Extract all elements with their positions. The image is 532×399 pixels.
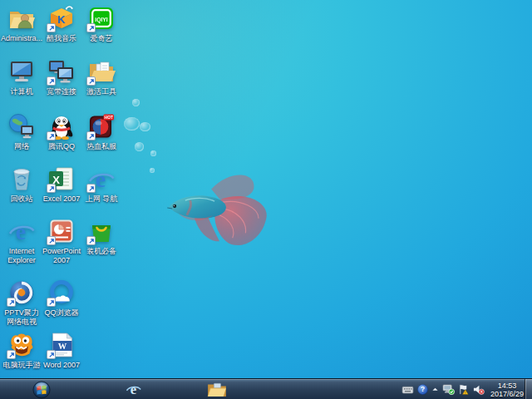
shortcut-arrow-icon	[86, 23, 96, 32]
game-hot-icon: HOT	[87, 112, 116, 140]
windows-logo-icon	[32, 381, 51, 399]
shortcut-arrow-icon	[86, 76, 96, 86]
network-status-icon[interactable]	[442, 383, 455, 396]
desktop-icon-internet-explorer[interactable]: eInternet Explorer	[2, 217, 42, 265]
bubble	[132, 99, 140, 106]
taskbar-windows-explorer[interactable]	[204, 380, 229, 399]
shortcut-arrow-icon	[47, 184, 56, 193]
desktop-icon-label: 爱奇艺	[80, 34, 123, 43]
bubble	[124, 117, 140, 131]
taskbar-internet-explorer[interactable]: e	[121, 380, 145, 399]
svg-text:e: e	[96, 166, 106, 192]
shortcut-arrow-icon	[47, 76, 56, 86]
betta-fish-wallpaper	[161, 166, 278, 248]
desktop-icon-recycle-bin[interactable]: 回收站	[2, 165, 42, 204]
desktop-icon-label: 回收站	[0, 195, 43, 204]
clock-date: 2017/6/29	[490, 390, 524, 398]
desktop-icon-qq-browser[interactable]: QQ浏览器	[42, 278, 81, 318]
desktop-icon-word-2007[interactable]: WWord 2007	[42, 331, 81, 370]
qq-icon	[47, 112, 76, 140]
show-desktop-button[interactable]	[525, 379, 532, 399]
desktop-icon-network[interactable]: 网络	[2, 112, 42, 151]
desktop-icon-label: Internet Explorer	[0, 247, 43, 265]
shortcut-arrow-icon	[47, 236, 56, 245]
desktop-icon-computer[interactable]: 计算机	[2, 57, 42, 96]
desktop-icon-label: 热血私服	[80, 142, 123, 151]
explorer-folder-icon	[207, 382, 227, 397]
start-button[interactable]	[30, 380, 53, 399]
help-icon[interactable]: ?	[416, 383, 429, 396]
taskbar-clock[interactable]: 14:53 2017/6/29	[490, 382, 524, 398]
broadband-icon	[47, 57, 76, 86]
desktop-icon-label: Word 2007	[40, 361, 83, 370]
svg-text:W: W	[58, 342, 67, 351]
shortcut-arrow-icon	[86, 131, 96, 140]
volume-muted-icon[interactable]	[472, 383, 485, 396]
powerpoint-icon	[47, 217, 76, 245]
desktop-icon-excel-2007[interactable]: XExcel 2007	[42, 165, 81, 204]
desktop-icon-pptv[interactable]: PPTV聚力 网络电视	[2, 278, 42, 327]
desktop-icon-game-private-server[interactable]: HOT热血私服	[81, 112, 121, 151]
desktop-icon-label: PowerPoint 2007	[40, 247, 83, 265]
shortcut-arrow-icon	[47, 350, 56, 359]
system-tray: ? !	[401, 379, 524, 399]
desktop-icon-label: 激活工具	[80, 87, 123, 96]
word-icon: W	[47, 331, 76, 359]
svg-text:e: e	[16, 219, 26, 244]
shortcut-arrow-icon	[7, 350, 16, 359]
pptv-icon	[7, 278, 36, 307]
input-keyboard-icon[interactable]	[401, 383, 414, 396]
desktop-icon-label: 腾讯QQ	[40, 142, 83, 151]
svg-text:HOT: HOT	[105, 115, 114, 120]
desktop-icon-label: PPTV聚力 网络电视	[0, 308, 43, 327]
clock-time: 14:53	[490, 382, 524, 390]
bubble	[140, 122, 150, 131]
desktop-icon-label: 宽带连接	[40, 87, 83, 96]
user-folder-icon	[7, 4, 36, 32]
bubble	[135, 142, 144, 151]
kuwo-icon: K	[47, 4, 76, 32]
desktop-icon-label: 酷我音乐	[40, 34, 83, 43]
shortcut-arrow-icon	[47, 23, 56, 32]
desktop-icon-mobile-game-player[interactable]: 电脑玩手游	[2, 331, 42, 370]
desktop-icon-broadband-connection[interactable]: 宽带连接	[42, 57, 81, 96]
desktop-icon-label: 电脑玩手游	[0, 361, 43, 370]
network-icon	[7, 112, 36, 140]
taskbar: e ?	[0, 378, 532, 399]
folder-docs-icon	[87, 57, 116, 86]
desktop-icon-essential-software[interactable]: 装机必备	[81, 217, 121, 256]
desktop-surface[interactable]: Administra...K酷我音乐iQIYI爱奇艺计算机宽带连接激活工具网络腾…	[0, 0, 532, 378]
iqiyi-icon: iQIYI	[87, 4, 116, 32]
svg-text:K: K	[57, 13, 66, 26]
desktop-icon-kuwo-music[interactable]: K酷我音乐	[42, 4, 81, 43]
shortcut-arrow-icon	[7, 298, 16, 307]
desktop-icon-web-navigation[interactable]: e上网 导航	[81, 165, 121, 204]
shortcut-arrow-icon	[47, 298, 56, 307]
bag-icon	[87, 217, 116, 245]
monkey-icon	[7, 331, 36, 359]
desktop-icon-activation-tools[interactable]: 激活工具	[81, 57, 121, 96]
desktop-icon-powerpoint-2007[interactable]: PowerPoint 2007	[42, 217, 81, 265]
qq-browser-icon	[47, 278, 76, 307]
shortcut-arrow-icon	[86, 236, 96, 245]
svg-text:?: ?	[421, 385, 425, 393]
internet-explorer-icon: e	[125, 381, 142, 398]
desktop-icon-label: 装机必备	[80, 247, 123, 256]
desktop-icon-iqiyi[interactable]: iQIYI爱奇艺	[81, 4, 121, 43]
desktop-icon-label: 上网 导航	[80, 195, 123, 204]
desktop-icon-label: QQ浏览器	[40, 308, 83, 318]
desktop-icon-label: Administra...	[0, 34, 43, 43]
computer-icon	[7, 57, 36, 86]
desktop-icon-administrator-folder[interactable]: Administra...	[2, 4, 42, 43]
desktop-icon-tencent-qq[interactable]: 腾讯QQ	[42, 112, 81, 151]
show-hidden-icons[interactable]	[431, 383, 440, 396]
desktop-icon-label: 计算机	[0, 87, 43, 96]
action-center-icon[interactable]: !	[457, 383, 470, 396]
recycle-icon	[7, 165, 36, 193]
svg-text:e: e	[130, 382, 135, 397]
bubble	[150, 150, 156, 156]
svg-text:iQIYI: iQIYI	[95, 17, 108, 23]
desktop-icon-label: Excel 2007	[40, 195, 83, 204]
ie-icon: e	[87, 165, 116, 193]
shortcut-arrow-icon	[47, 131, 56, 140]
